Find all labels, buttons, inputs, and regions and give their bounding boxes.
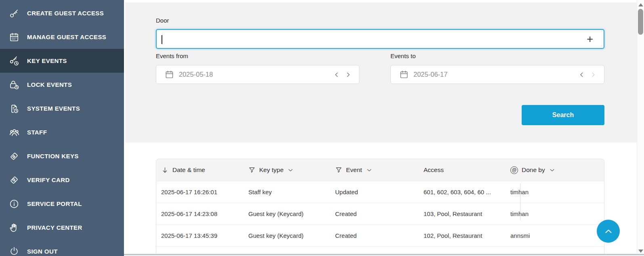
- sidebar-item-label: CREATE GUEST ACCESS: [27, 10, 104, 17]
- column-divider-line: [520, 184, 520, 220]
- sidebar-item-lock-events[interactable]: LOCK EVENTS: [0, 73, 124, 97]
- lock-clock-icon: [8, 80, 20, 90]
- sidebar-item-label: LOCK EVENTS: [27, 81, 72, 88]
- events-table: Date & time Key type Event Access Done b…: [156, 159, 604, 256]
- sidebar-item-key-events[interactable]: KEY EVENTS: [0, 49, 124, 73]
- events-to-input[interactable]: 2025-06-17: [390, 65, 604, 84]
- hand-icon: [8, 222, 20, 233]
- search-button[interactable]: Search: [522, 105, 604, 125]
- text-cursor: [162, 35, 162, 44]
- info-icon: [8, 199, 20, 209]
- cell-date-time: 2025-06-17 16:26:01: [161, 189, 248, 195]
- cell-access: 601, 602, 603, 604, 60 ...: [424, 189, 510, 195]
- key-clock-icon: [8, 56, 20, 66]
- events-from-label: Events from: [156, 52, 188, 59]
- cell-event: Created: [335, 210, 424, 217]
- date-prev-button[interactable]: [578, 65, 585, 84]
- sidebar-item-label: FUNCTION KEYS: [27, 153, 79, 159]
- sidebar-item-manage-guest-access[interactable]: MANAGE GUEST ACCESS: [0, 25, 124, 49]
- user-at-icon: [510, 166, 518, 174]
- events-to-value: 2025-06-17: [413, 71, 447, 78]
- events-to-label: Events to: [390, 52, 416, 59]
- sidebar-item-label: KEY EVENTS: [27, 57, 67, 64]
- date-prev-button[interactable]: [333, 65, 340, 84]
- column-header-key-type[interactable]: Key type: [248, 166, 335, 174]
- sidebar-item-label: SIGN OUT: [27, 248, 58, 255]
- events-from-input[interactable]: 2025-05-18: [156, 65, 359, 84]
- table-row[interactable]: 2025-06-17 16:26:01 Staff key Updated 60…: [156, 181, 604, 203]
- sidebar-item-label: STAFF: [27, 129, 47, 136]
- sidebar-item-verify-card[interactable]: VERIFY CARD: [0, 168, 124, 192]
- card-search-icon: [8, 175, 20, 185]
- sidebar-item-label: MANAGE GUEST ACCESS: [27, 34, 106, 40]
- document-clock-icon: [8, 103, 20, 114]
- events-from-value: 2025-05-18: [179, 71, 213, 78]
- cell-event: Updated: [335, 189, 424, 195]
- scrollbar-up-arrow[interactable]: [638, 3, 643, 6]
- cell-access: 103, Pool, Restaurant: [424, 210, 510, 217]
- sidebar: CREATE GUEST ACCESS MANAGE GUEST ACCESS …: [0, 0, 124, 256]
- chevron-down-icon: [549, 167, 556, 174]
- sidebar-item-label: PRIVACY CENTER: [27, 224, 82, 231]
- sidebar-item-function-keys[interactable]: FUNCTION KEYS: [0, 144, 124, 168]
- sidebar-item-create-guest-access[interactable]: CREATE GUEST ACCESS: [0, 1, 124, 25]
- scroll-to-top-button[interactable]: [597, 220, 620, 243]
- column-header-access[interactable]: Access: [424, 166, 510, 174]
- card-gear-icon: [8, 151, 20, 162]
- sidebar-item-staff[interactable]: STAFF: [0, 120, 124, 144]
- cell-date-time: 2025-06-17 13:45:39: [161, 232, 248, 239]
- people-icon: [8, 127, 20, 138]
- sidebar-item-label: SERVICE PORTAL: [27, 200, 82, 207]
- key-icon: [8, 8, 20, 19]
- sidebar-item-service-portal[interactable]: SERVICE PORTAL: [0, 192, 124, 216]
- sidebar-item-sign-out[interactable]: SIGN OUT: [0, 239, 124, 256]
- date-next-button-disabled: [589, 65, 597, 84]
- cell-date-time: 2025-06-17 14:23:08: [161, 210, 248, 217]
- sidebar-item-label: VERIFY CARD: [27, 176, 70, 183]
- date-next-button[interactable]: [344, 65, 352, 84]
- chevron-down-icon: [287, 167, 294, 174]
- power-icon: [8, 246, 20, 256]
- filter-icon: [335, 166, 342, 174]
- sidebar-item-label: SYSTEM EVENTS: [27, 105, 80, 112]
- cell-event: Created: [335, 232, 424, 239]
- scrollbar-thumb[interactable]: [638, 9, 643, 35]
- cell-done-by: annsmi: [510, 232, 604, 239]
- sidebar-item-system-events[interactable]: SYSTEM EVENTS: [0, 97, 124, 120]
- cell-key-type: Guest key (Keycard): [248, 232, 335, 239]
- app-window: CREATE GUEST ACCESS MANAGE GUEST ACCESS …: [0, 0, 644, 256]
- column-header-event[interactable]: Event: [335, 166, 424, 174]
- table-row[interactable]: 2025-06-17 14:23:08 Guest key (Keycard) …: [156, 203, 604, 225]
- sort-descending-icon: [161, 166, 169, 174]
- calendar-icon: [399, 70, 409, 79]
- door-label: Door: [156, 17, 169, 24]
- cell-key-type: Guest key (Keycard): [248, 210, 335, 217]
- chevron-down-icon: [366, 167, 373, 174]
- table-header-row: Date & time Key type Event Access Done b…: [156, 159, 604, 181]
- door-input[interactable]: [156, 29, 604, 49]
- table-row[interactable]: 2025-06-17 13:45:39 Guest key (Keycard) …: [156, 225, 604, 247]
- calendar-icon: [8, 32, 20, 42]
- bottom-window-edge: [124, 254, 644, 256]
- sidebar-item-privacy-center[interactable]: PRIVACY CENTER: [0, 216, 124, 239]
- cell-done-by: timhan: [510, 210, 604, 217]
- filter-icon: [248, 166, 256, 174]
- add-door-icon[interactable]: [587, 34, 593, 44]
- scrollbar-down-arrow[interactable]: [638, 250, 643, 253]
- calendar-icon: [165, 70, 174, 79]
- cell-key-type: Staff key: [248, 189, 335, 195]
- cell-done-by: timhan: [510, 189, 604, 195]
- column-header-done-by[interactable]: Done by: [510, 166, 604, 174]
- chevron-up-icon: [604, 227, 613, 236]
- column-header-date-time[interactable]: Date & time: [161, 166, 248, 174]
- cell-access: 102, Pool, Restaurant: [424, 232, 510, 239]
- vertical-scrollbar[interactable]: [637, 0, 644, 256]
